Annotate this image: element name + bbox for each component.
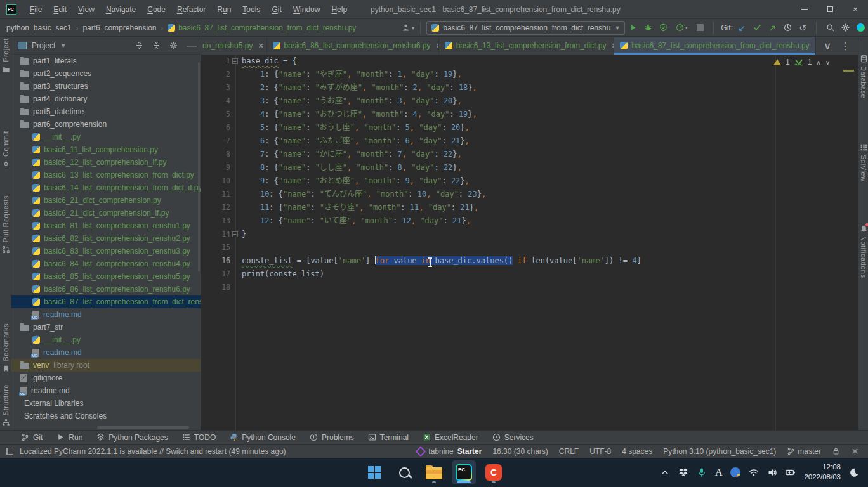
line-number[interactable]: 14	[201, 228, 230, 241]
code-token[interactable]: 3	[398, 96, 402, 105]
code-token[interactable]: ,	[410, 176, 414, 185]
line-number[interactable]: 17	[201, 268, 230, 281]
code-token[interactable]	[359, 136, 364, 145]
code-token[interactable]: : {	[265, 176, 279, 185]
code-token[interactable]: "month"	[357, 70, 389, 79]
menu-edit[interactable]: Edit	[48, 0, 72, 19]
tool-stripe-commit[interactable]: Commit	[0, 131, 11, 168]
tree-item-basic6-11-list-comprehension-py[interactable]: basic6_11_list_comprehension.py	[11, 143, 201, 156]
code-token[interactable]	[242, 190, 260, 198]
code-token[interactable]: ,	[465, 136, 470, 145]
code-token[interactable]	[242, 163, 260, 172]
code-text[interactable]: 9: {"name": "おとめ座", "month": 9, "day": 2…	[240, 174, 470, 188]
code-token[interactable]: conste_list	[242, 256, 292, 265]
code-token[interactable]: :	[434, 96, 443, 105]
code-token[interactable]: : {	[265, 150, 279, 159]
tree-item-readme-md[interactable]: readme.md	[11, 384, 201, 397]
tree-item--init-py[interactable]: __init__.py	[11, 131, 201, 143]
code-token[interactable]: :	[393, 216, 402, 225]
code-token[interactable]: 21	[452, 216, 461, 225]
code-token[interactable]: 'name'	[338, 256, 365, 265]
code-token[interactable]: "month"	[357, 150, 389, 159]
code-token[interactable]: "しし座"	[315, 163, 347, 172]
code-line-12[interactable]: 12 11: {"name": "さそり座", "month": 11, "da…	[201, 201, 858, 214]
code-token[interactable]: 11	[410, 203, 419, 212]
code-token[interactable]: print(conste_list)	[242, 269, 324, 278]
code-text[interactable]: }	[240, 228, 246, 241]
toolwindow-button-problems[interactable]: Problems	[303, 431, 361, 445]
code-token[interactable]	[242, 150, 260, 159]
code-token[interactable]: :	[388, 96, 397, 105]
code-token[interactable]: 12	[260, 216, 269, 225]
code-token[interactable]: "name"	[279, 136, 306, 145]
code-token[interactable]	[424, 203, 428, 212]
code-token[interactable]: "name"	[283, 216, 310, 225]
line-number[interactable]: 8	[201, 148, 230, 161]
tool-stripe-database[interactable]: Database	[858, 55, 868, 98]
line-number[interactable]: 2	[201, 68, 230, 81]
tree-item-basic6-82-list-comprehension-renshu2-py[interactable]: basic6_82_list_comprehension_renshu2.py	[11, 232, 201, 245]
code-text[interactable]: print(conste_list)	[240, 268, 324, 281]
battery-icon[interactable]	[786, 467, 796, 477]
code-token[interactable]: "month"	[357, 96, 389, 105]
code-token[interactable]: "month"	[357, 163, 389, 172]
code-token[interactable]: ,	[474, 203, 478, 212]
line-number[interactable]: 11	[201, 188, 230, 201]
pycharm-taskbar-button[interactable]: PC	[452, 460, 476, 484]
tool-stripe-notifications[interactable]: Notifications	[858, 224, 868, 278]
code-token[interactable]: 1	[398, 70, 402, 79]
code-token[interactable]: "day"	[428, 203, 451, 212]
code-token[interactable]: ,	[367, 190, 371, 198]
code-token[interactable]: "day"	[436, 190, 459, 198]
inspection-widget[interactable]: 1 1 ∧ ∨	[773, 58, 830, 67]
status-message[interactable]: Localized PyCharm 2022.1.1 is available …	[20, 447, 286, 456]
code-token[interactable]: :	[306, 176, 315, 185]
code-token[interactable]: "month"	[372, 83, 404, 92]
code-text[interactable]: 8: {"name": "しし座", "month": 8, "day": 22…	[240, 161, 462, 174]
code-token[interactable]: :	[442, 176, 450, 185]
code-token[interactable]: 19	[444, 70, 452, 79]
code-token[interactable]: ]	[365, 256, 374, 265]
code-token[interactable]	[352, 70, 356, 79]
code-token[interactable]: : {	[269, 216, 283, 225]
code-token[interactable]: :	[400, 203, 409, 212]
code-token[interactable]: :	[434, 150, 443, 159]
code-token[interactable]: value	[389, 256, 421, 265]
tool-stripe-structure[interactable]: Structure	[0, 384, 11, 427]
code-token[interactable]: :	[434, 163, 443, 172]
tree-vertical-scrollbar[interactable]	[198, 62, 200, 271]
tree-item-basic6-13-list-comprehension-from-dict-py[interactable]: basic6_13_list_comprehension_from_dict.p…	[11, 169, 201, 181]
code-token[interactable]: : {	[265, 70, 279, 79]
code-token[interactable]: :	[310, 190, 319, 198]
code-token[interactable]: "name"	[279, 70, 306, 79]
code-text[interactable]: 5: {"name": "おうし座", "month": 5, "day": 2…	[240, 121, 470, 134]
code-token[interactable]: ,	[457, 163, 462, 172]
code-token[interactable]: "さそり座"	[320, 203, 359, 212]
toolwindow-button-services[interactable]: Services	[485, 431, 541, 445]
tab-list-chevron-icon[interactable]: ∨	[824, 40, 831, 52]
code-line-9[interactable]: 9 8: {"name": "しし座", "month": 8, "day": …	[201, 161, 858, 174]
code-token[interactable]: "day"	[426, 83, 449, 92]
next-problem-button[interactable]: ∨	[825, 59, 830, 66]
menu-navigate[interactable]: Navigate	[100, 0, 141, 19]
code-line-14[interactable]: 14−}	[201, 228, 858, 241]
line-number[interactable]: 3	[201, 81, 230, 94]
code-token[interactable]: ]	[636, 256, 641, 265]
code-editor[interactable]: 1−base_dic = {2 1: {"name": "やぎ座", "mont…	[201, 55, 858, 430]
code-line-3[interactable]: 3 2: {"name": "みずがめ座", "month": 2, "day"…	[201, 81, 858, 94]
code-token[interactable]	[242, 176, 260, 185]
code-token[interactable]: 4	[413, 110, 418, 119]
toolwindow-button-excelreader[interactable]: ExcelReader	[416, 431, 485, 445]
code-token[interactable]: "day"	[411, 163, 434, 172]
project-view-selector[interactable]: Project	[32, 41, 55, 50]
code-token[interactable]: }	[452, 70, 457, 79]
code-token[interactable]: : {	[265, 96, 279, 105]
tree-item-basic6-84-list-comprehension-renshu4-py[interactable]: basic6_84_list_comprehension_renshu4.py	[11, 257, 201, 270]
code-token[interactable]: len(value[	[527, 256, 577, 265]
code-token[interactable]: :	[396, 136, 405, 145]
code-token[interactable]: = [value[	[292, 256, 338, 265]
code-token[interactable]: "day"	[419, 136, 442, 145]
line-number[interactable]: 10	[201, 174, 230, 188]
code-token[interactable]: :	[306, 123, 315, 132]
line-number[interactable]: 12	[201, 201, 230, 214]
